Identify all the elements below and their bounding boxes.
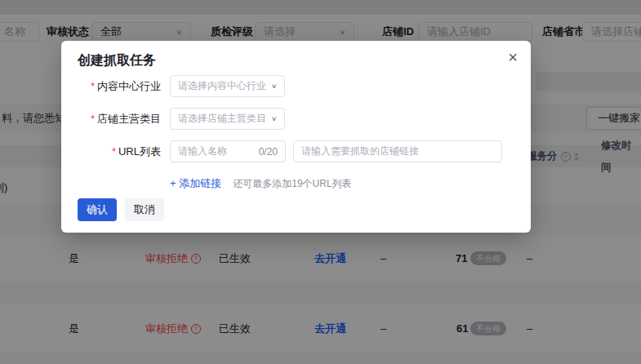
required-mark: * [91, 80, 95, 92]
dialog-title: 创建抓取任务 [78, 52, 156, 69]
url-list-label-text: URL列表 [118, 145, 161, 158]
category-placeholder: 请选择店铺主营类目 [178, 112, 266, 126]
add-link-row: + 添加链接 还可最多添加19个URL列表 [170, 175, 352, 192]
industry-select[interactable]: 请选择内容中心行业 ∨ [170, 75, 285, 97]
industry-placeholder: 请选择内容中心行业 [178, 79, 266, 93]
chevron-down-icon: ∨ [271, 82, 277, 90]
category-label: *店铺主营类目 [61, 108, 161, 130]
url-list-label: *URL列表 [61, 140, 161, 162]
add-link-button[interactable]: + 添加链接 [170, 176, 221, 191]
create-crawl-task-dialog: 创建抓取任务 × *内容中心行业 请选择内容中心行业 ∨ *店铺主营类目 请选择… [61, 41, 531, 233]
category-label-text: 店铺主营类目 [97, 113, 161, 125]
app-window: 名称 审核状态 全部 ∨ 质检评级 请选择 ∨ 店铺ID 请输入店铺ID 店铺省… [0, 0, 641, 364]
required-mark: * [112, 145, 116, 158]
cancel-button[interactable]: 取消 [125, 198, 164, 221]
industry-label-text: 内容中心行业 [97, 80, 161, 92]
close-icon[interactable]: × [508, 47, 518, 67]
url-name-input[interactable]: 请输入名称 0/20 [170, 140, 286, 162]
confirm-button[interactable]: 确认 [78, 198, 117, 221]
industry-label: *内容中心行业 [61, 75, 161, 97]
category-select[interactable]: 请选择店铺主营类目 ∨ [170, 108, 285, 130]
url-name-placeholder: 请输入名称 [178, 144, 227, 158]
char-counter: 0/20 [259, 146, 278, 158]
url-input[interactable]: 请输入需要抓取的店铺链接 [293, 140, 502, 162]
add-link-hint: 还可最多添加19个URL列表 [233, 177, 351, 191]
required-mark: * [91, 113, 95, 125]
url-placeholder: 请输入需要抓取的店铺链接 [301, 144, 419, 158]
chevron-down-icon: ∨ [271, 115, 277, 122]
